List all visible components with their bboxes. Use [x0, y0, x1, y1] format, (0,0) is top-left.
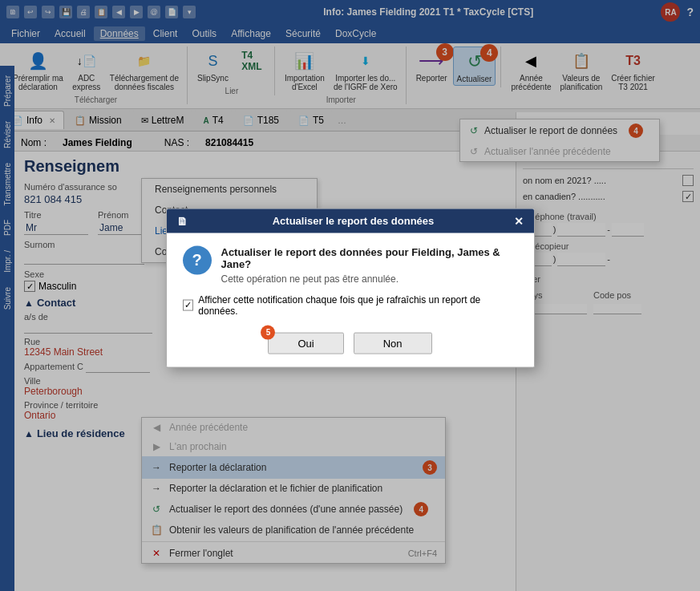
dialog-header: 🗎 Actualiser le report des données ✕	[167, 208, 534, 233]
dialog-question-title: Actualiser le report des données pour Fi…	[221, 245, 518, 269]
dialog-non-button[interactable]: Non	[354, 332, 432, 354]
dialog-close-button[interactable]: ✕	[514, 214, 524, 227]
dialog-checkbox-row: ✓ Afficher cette notification chaque foi…	[183, 293, 518, 316]
dialog-question-icon: ?	[183, 245, 212, 274]
dialog-question-row: ? Actualiser le report des données pour …	[183, 245, 518, 284]
non-label: Non	[383, 337, 403, 349]
dialog-header-icon: 🗎	[176, 214, 188, 227]
dialog-checkbox-label: Afficher cette notification chaque fois …	[198, 293, 517, 316]
dialog-question-subtitle: Cette opération ne peut pas être annulée…	[221, 273, 518, 284]
dialog-checkbox-input[interactable]: ✓	[183, 299, 194, 310]
dialog: 🗎 Actualiser le report des données ✕ ? A…	[166, 208, 535, 367]
dialog-oui-button[interactable]: Oui 5	[268, 332, 343, 354]
oui-label: Oui	[297, 337, 314, 349]
dialog-body: ? Actualiser le report des données pour …	[167, 233, 534, 366]
dialog-title: Actualiser le report des données	[273, 215, 435, 227]
dialog-buttons: Oui 5 Non	[183, 329, 518, 354]
oui-badge: 5	[261, 325, 275, 339]
dialog-question-content: Actualiser le report des données pour Fi…	[221, 245, 518, 284]
